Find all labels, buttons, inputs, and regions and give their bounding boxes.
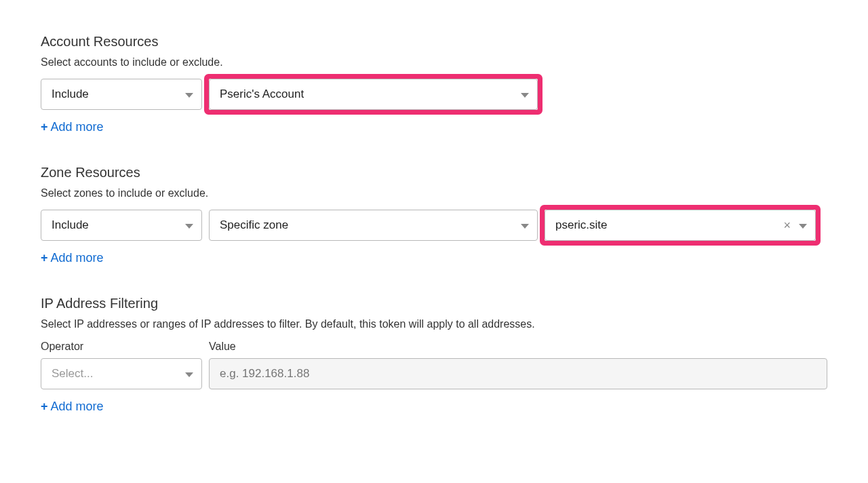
- zone-resources-section: Zone Resources Select zones to include o…: [41, 165, 827, 265]
- chevron-down-icon: [185, 218, 193, 232]
- plus-icon: +: [41, 120, 48, 134]
- operator-select[interactable]: Select...: [41, 358, 202, 389]
- ip-add-more-button[interactable]: + Add more: [41, 400, 104, 414]
- chevron-down-icon: [521, 88, 529, 101]
- zone-select-highlight: pseric.site ×: [545, 210, 816, 241]
- zone-scope-value: Specific zone: [220, 218, 288, 232]
- zone-resources-desc: Select zones to include or exclude.: [41, 187, 827, 199]
- zone-add-more-button[interactable]: + Add more: [41, 251, 104, 265]
- account-resources-desc: Select accounts to include or exclude.: [41, 56, 827, 69]
- plus-icon: +: [41, 400, 48, 414]
- add-more-label: Add more: [51, 400, 104, 414]
- zone-resources-title: Zone Resources: [41, 165, 827, 180]
- account-mode-select[interactable]: Include: [41, 79, 202, 110]
- zone-select[interactable]: pseric.site ×: [545, 210, 816, 241]
- add-more-label: Add more: [51, 120, 104, 134]
- zone-mode-value: Include: [52, 218, 89, 232]
- zone-scope-select[interactable]: Specific zone: [209, 210, 538, 241]
- account-add-more-button[interactable]: + Add more: [41, 120, 104, 134]
- account-mode-value: Include: [52, 88, 89, 101]
- value-label: Value: [209, 341, 827, 353]
- ip-value-input[interactable]: [209, 358, 827, 389]
- zone-select-value: pseric.site: [555, 218, 608, 232]
- chevron-down-icon: [521, 218, 529, 232]
- operator-placeholder: Select...: [52, 367, 93, 381]
- account-resources-title: Account Resources: [41, 34, 827, 50]
- account-resources-section: Account Resources Select accounts to inc…: [41, 34, 827, 134]
- zone-mode-select[interactable]: Include: [41, 210, 202, 241]
- account-select-highlight: Pseric's Account: [209, 79, 538, 110]
- plus-icon: +: [41, 251, 48, 265]
- account-select[interactable]: Pseric's Account: [209, 79, 538, 110]
- operator-label: Operator: [41, 341, 202, 353]
- chevron-down-icon: [185, 88, 193, 101]
- account-select-value: Pseric's Account: [220, 88, 304, 101]
- chevron-down-icon: [185, 367, 193, 381]
- close-icon[interactable]: ×: [783, 219, 791, 231]
- add-more-label: Add more: [51, 251, 104, 265]
- ip-filtering-desc: Select IP addresses or ranges of IP addr…: [41, 318, 827, 330]
- ip-filtering-section: IP Address Filtering Select IP addresses…: [41, 296, 827, 414]
- ip-filtering-title: IP Address Filtering: [41, 296, 827, 311]
- chevron-down-icon: [799, 218, 807, 232]
